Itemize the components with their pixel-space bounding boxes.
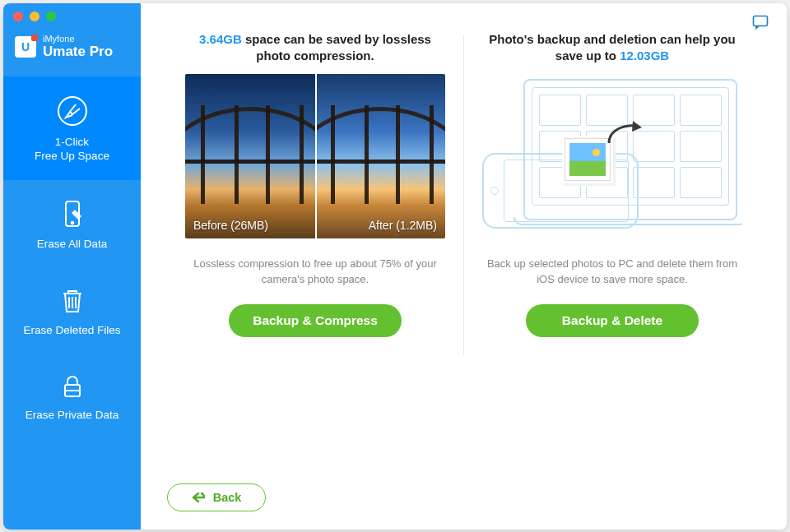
after-label: After (1.2MB) — [369, 219, 437, 232]
svg-point-2 — [71, 222, 73, 224]
panel-compress: 3.64GB space can be saved by lossless ph… — [167, 26, 463, 459]
window-controls — [13, 12, 56, 21]
back-button[interactable]: Back — [167, 483, 266, 511]
headline-compress: 3.64GB space can be saved by lossless ph… — [185, 26, 445, 69]
backup-compress-button[interactable]: Backup & Compress — [229, 304, 402, 337]
sidebar-item-free-up-space[interactable]: 1-Click Free Up Space — [3, 76, 141, 180]
brand-main: Umate Pro — [43, 44, 113, 59]
before-label: Before (26MB) — [193, 219, 268, 232]
sidebar-item-label: Erase Deleted Files — [24, 324, 121, 336]
backup-illustration — [482, 74, 742, 238]
sidebar: U iMyfone Umate Pro 1-Click Free Up Spac… — [3, 3, 141, 530]
sidebar-item-erase-private-data[interactable]: Erase Private Data — [3, 354, 141, 439]
back-arrow-icon — [192, 492, 207, 503]
svg-point-0 — [58, 97, 86, 125]
phone-icon — [482, 153, 639, 229]
sidebar-item-erase-all-data[interactable]: Erase All Data — [3, 180, 141, 268]
brand-logo-icon: U — [15, 36, 36, 58]
back-label: Back — [213, 491, 242, 504]
zoom-window-button[interactable] — [46, 12, 56, 21]
sidebar-item-label: Erase Private Data — [26, 409, 118, 421]
phone-erase-icon — [8, 198, 136, 229]
main-content: 3.64GB space can be saved by lossless ph… — [141, 3, 787, 530]
headline-size: 12.03GB — [620, 49, 669, 62]
subtext-delete: Back up selected photos to PC and delete… — [482, 257, 742, 289]
subtext-compress: Lossless compression to free up about 75… — [185, 257, 445, 289]
app-window: U iMyfone Umate Pro 1-Click Free Up Spac… — [3, 3, 787, 530]
panel-backup-delete: Photo's backup and deletion can help you… — [464, 26, 760, 459]
help-icon[interactable] — [752, 15, 769, 33]
brand-top: iMyfone — [43, 35, 113, 44]
headline-size: 3.64GB — [199, 32, 242, 46]
broom-icon — [8, 95, 136, 127]
compression-preview-image: Before (26MB) After (1.2MB) — [185, 74, 445, 238]
svg-rect-4 — [754, 16, 768, 26]
photo-icon — [565, 138, 611, 181]
sidebar-item-label: Erase All Data — [37, 238, 108, 250]
brand: U iMyfone Umate Pro — [3, 35, 141, 76]
minimize-window-button[interactable] — [30, 12, 40, 21]
backup-delete-button[interactable]: Backup & Delete — [526, 304, 699, 337]
transfer-arrow-icon — [606, 118, 645, 150]
lock-icon — [8, 372, 136, 400]
headline-delete: Photo's backup and deletion can help you… — [482, 26, 742, 69]
close-window-button[interactable] — [13, 12, 23, 21]
headline-pre: Photo's backup and deletion can help you… — [489, 32, 735, 62]
headline-rest: space can be saved by lossless photo com… — [242, 32, 431, 62]
sidebar-item-label: 1-Click Free Up Space — [8, 136, 136, 164]
sidebar-item-erase-deleted-files[interactable]: Erase Deleted Files — [3, 268, 141, 354]
trash-icon — [8, 286, 136, 316]
